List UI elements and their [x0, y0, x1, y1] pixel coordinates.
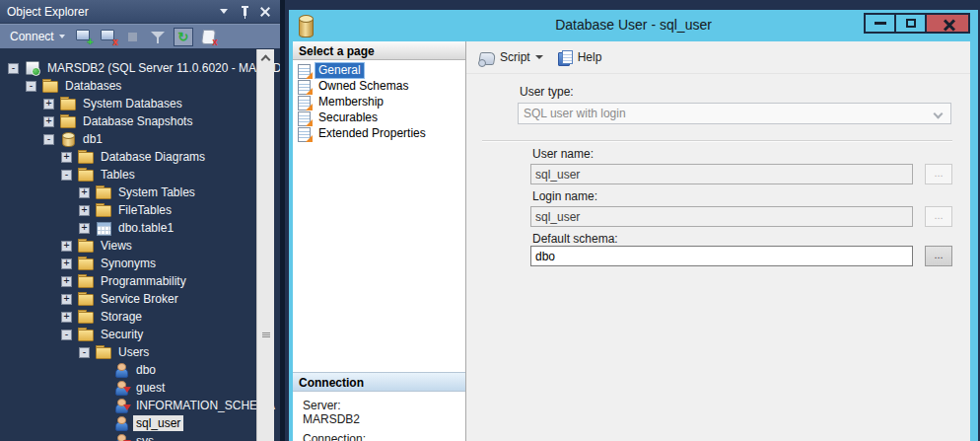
close-button[interactable] [925, 13, 970, 34]
scrollbar-thumb-grip[interactable] [262, 332, 270, 337]
tree-item[interactable]: + Database Snapshots [0, 112, 280, 130]
tree-item-label: System Tables [115, 184, 198, 200]
expander-icon[interactable]: - [43, 134, 54, 145]
tree-item[interactable]: - Users [0, 343, 280, 361]
expander-icon[interactable]: + [43, 99, 54, 110]
window-position-icon[interactable] [216, 5, 232, 19]
server-icon [25, 61, 39, 75]
expander-icon[interactable]: + [61, 294, 72, 305]
object-explorer-tree: - MARSDB2 (SQL Server 11.0.6020 - MARSD … [0, 49, 280, 441]
close-icon[interactable] [257, 5, 273, 19]
expander-icon[interactable]: - [61, 330, 72, 340]
expander-icon[interactable]: - [61, 170, 72, 181]
auto-hide-pin-icon[interactable] [237, 5, 252, 19]
dialog-titlebar[interactable]: Database User - sql_user [289, 10, 978, 41]
dialog-page-item[interactable]: Extended Properties [293, 126, 465, 141]
expander-icon[interactable]: + [79, 187, 90, 198]
scroll-up-icon[interactable] [261, 55, 271, 65]
tree-item[interactable]: + System Databases [0, 95, 280, 112]
page-item-label: Extended Properties [315, 126, 429, 141]
dialog-page-item[interactable]: General [293, 63, 465, 78]
connect-button[interactable]: Connect [7, 28, 68, 45]
expander-icon[interactable]: + [61, 152, 72, 163]
tree-item[interactable]: sys [0, 432, 280, 441]
chevron-down-icon [934, 110, 944, 119]
tree-item[interactable]: + System Tables [0, 184, 280, 201]
expander-icon[interactable]: + [61, 312, 72, 323]
page-item-label: Owned Schemas [315, 79, 411, 94]
refresh-icon[interactable]: ↻ [174, 28, 193, 46]
user-icon [113, 416, 128, 430]
tree-item[interactable]: - db1 [0, 130, 280, 148]
tree-item-label: dbo [133, 362, 159, 378]
folder-icon [96, 203, 110, 217]
page-item-label: Membership [315, 95, 386, 110]
dialog-page-item[interactable]: Owned Schemas [293, 79, 465, 94]
dialog-page-item[interactable]: Securables [293, 110, 465, 125]
help-button[interactable]: Help [553, 47, 606, 68]
expander-icon[interactable]: + [61, 276, 72, 287]
stop-icon [124, 29, 142, 45]
expander-icon[interactable]: + [43, 116, 54, 127]
object-explorer-toolbar: Connect ↻ [0, 24, 280, 48]
connect-object-explorer-icon[interactable] [75, 29, 93, 45]
tree-item[interactable]: - MARSDB2 (SQL Server 11.0.6020 - MARSD [0, 59, 280, 77]
tree-item[interactable]: + FileTables [0, 201, 280, 219]
tree-item[interactable]: + Views [0, 237, 280, 255]
maximize-button[interactable] [894, 13, 927, 34]
tree-item-label: FileTables [115, 202, 175, 218]
dialog-body: Select a page General Owned Schemas Memb… [293, 41, 970, 441]
tree-item-label: Storage [98, 309, 145, 325]
page-item-label: General [315, 63, 364, 78]
folder-icon [78, 257, 93, 270]
tree-item[interactable]: - Tables [0, 166, 280, 184]
disconnect-icon[interactable] [100, 29, 117, 45]
user-icon [113, 363, 128, 377]
tree-item[interactable]: + dbo.table1 [0, 219, 280, 237]
tree-item[interactable]: + Service Broker [0, 290, 280, 308]
tree-item-label: Database Diagrams [98, 149, 208, 165]
tree-item[interactable]: + Synonyms [0, 255, 280, 272]
expander-icon[interactable]: + [79, 205, 90, 216]
caption-buttons [866, 13, 970, 34]
chevron-down-icon[interactable] [535, 55, 543, 63]
minimize-button[interactable] [864, 13, 896, 34]
tree-item[interactable]: guest [0, 379, 280, 397]
expander-icon[interactable]: + [61, 258, 72, 269]
folder-icon [78, 310, 93, 324]
tree-item[interactable]: - Security [0, 326, 280, 343]
tree-item[interactable]: + Database Diagrams [0, 148, 280, 166]
dialog-page-item[interactable]: Membership [293, 95, 465, 110]
folder-icon [96, 185, 110, 199]
expander-icon[interactable]: - [26, 81, 36, 92]
connection-info: Server: MARSDB2 [303, 399, 360, 426]
tree-item[interactable]: - Databases [0, 77, 280, 95]
default-schema-browse-button[interactable]: ... [925, 246, 952, 266]
tree-item-label: guest [133, 380, 168, 396]
user-x-icon [113, 434, 128, 441]
page-list: General Owned Schemas Membership Securab… [293, 60, 465, 141]
expander-icon[interactable]: - [79, 347, 90, 358]
disabled-user-badge-icon [123, 404, 131, 414]
default-schema-field[interactable] [530, 246, 913, 266]
script-button[interactable]: Script [474, 47, 547, 67]
expander-icon[interactable]: - [8, 63, 19, 74]
tree-item[interactable]: + Programmability [0, 272, 280, 290]
script-error-icon[interactable] [200, 29, 218, 45]
ssms-window: Object Explorer Connect ↻ - MARSDB2 (SQL… [0, 0, 980, 441]
user-name-field [530, 164, 913, 184]
expander-icon[interactable]: + [79, 223, 90, 234]
user-x-icon [113, 399, 128, 412]
dialog-toolbar: Script Help [466, 41, 970, 74]
tree-item[interactable]: dbo [0, 361, 280, 379]
tree-scrollbar[interactable] [256, 49, 274, 441]
page-icon [297, 80, 312, 94]
tree-item-label: Tables [98, 167, 138, 183]
filter-icon[interactable] [149, 29, 167, 45]
expander-icon[interactable]: + [61, 241, 72, 252]
user-type-label: User type: [520, 85, 574, 99]
connection-section-header: Connection [293, 372, 465, 392]
tree-item[interactable]: + Storage [0, 308, 280, 326]
tree-item[interactable]: sql_user [0, 414, 280, 432]
tree-item[interactable]: INFORMATION_SCHEMA [0, 397, 280, 414]
